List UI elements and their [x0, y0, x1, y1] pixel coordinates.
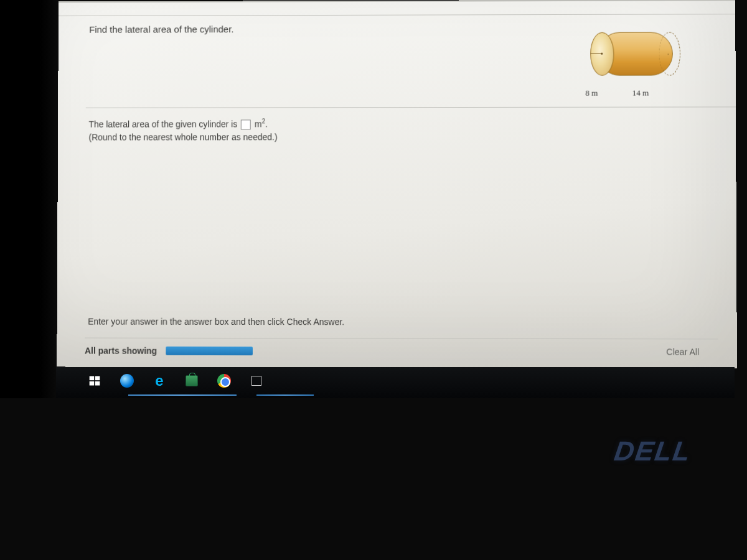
diagram-length-label: 14 m: [632, 88, 649, 98]
parts-showing-label: All parts showing: [85, 346, 157, 356]
chrome-icon[interactable]: [217, 373, 232, 388]
answer-input-box[interactable]: [241, 119, 251, 129]
clear-all-button[interactable]: Clear All: [666, 347, 699, 357]
svg-rect-1: [95, 376, 100, 381]
windows-taskbar: e: [76, 368, 264, 393]
store-icon[interactable]: [184, 373, 199, 388]
taskbar-active-underline-1: [128, 394, 237, 396]
svg-rect-0: [90, 376, 95, 381]
diagram-radius-label: 8 m: [585, 88, 598, 98]
start-button[interactable]: [87, 373, 102, 388]
footer-bar: All parts showing Clear All: [85, 338, 718, 357]
rounding-hint: (Round to the nearest whole number as ne…: [88, 132, 277, 142]
cylinder-diagram: · 8 m 14 m: [566, 26, 692, 100]
cylinder-radius-line: [590, 54, 601, 54]
svg-rect-3: [95, 381, 100, 386]
svg-rect-2: [90, 381, 95, 386]
taskbar-active-underline-2: [256, 394, 314, 396]
browser-icon[interactable]: [120, 373, 134, 388]
progress-bar: [166, 347, 253, 355]
app-content-area: Find the lateral area of the cylinder. ·…: [57, 0, 737, 368]
task-view-icon[interactable]: [249, 373, 264, 388]
edge-browser-icon[interactable]: e: [152, 373, 167, 388]
cylinder-right-center-dot: ·: [667, 50, 669, 57]
laptop-brand-logo: DELL: [613, 436, 693, 467]
monitor-left-bezel: [0, 0, 57, 398]
unit-label: m2.: [255, 119, 268, 129]
answer-prefix-text: The lateral area of the given cylinder i…: [89, 119, 238, 129]
footer-instruction: Enter your answer in the answer box and …: [88, 317, 344, 327]
cylinder-right-face-dashed: [659, 32, 680, 75]
answer-section: The lateral area of the given cylinder i…: [88, 116, 277, 144]
section-divider: [86, 106, 736, 108]
question-prompt: Find the lateral area of the cylinder.: [89, 24, 233, 34]
parts-showing-group: All parts showing: [85, 346, 253, 357]
top-divider: [59, 1, 735, 16]
